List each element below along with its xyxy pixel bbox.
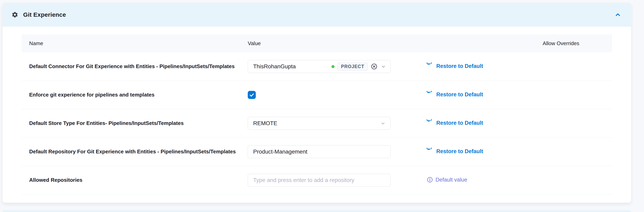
connector-select-field[interactable]: ThisRohanGupta PROJECT [248,60,391,73]
chevron-down-icon [380,64,386,70]
restore-to-default-label: Restore to Default [436,92,483,98]
git-experience-panel: Git Experience Name Value Allow Override… [2,3,631,203]
restore-to-default-link[interactable]: Restore to Default [427,119,483,127]
git-experience-accordion-header[interactable]: Git Experience [2,3,631,27]
circle-x-icon [371,63,378,70]
open-connector-dropdown-button[interactable] [380,64,386,70]
table-row: Enforce git experience for pipelines and… [22,81,612,109]
store-type-select[interactable]: REMOTE [248,117,391,130]
next-section-header-peek[interactable] [2,210,631,212]
restore-to-default-label: Restore to Default [436,120,483,126]
restore-icon [427,148,434,155]
settings-gear-icon [12,11,18,18]
scope-badge: PROJECT [337,63,368,71]
setting-label: Default Store Type For Entities- Pipelin… [22,120,248,127]
store-type-value: REMOTE [253,120,277,127]
table-row: Default Store Type For Entities- Pipelin… [22,109,612,138]
restore-icon [427,63,434,70]
setting-label: Allowed Repositories [22,176,248,183]
table-header-row: Name Value Allow Overrides [22,34,612,52]
column-header-value: Value [248,40,427,47]
checkmark-icon [249,92,255,98]
chevron-down-icon [380,120,386,126]
column-header-allow-overrides: Allow Overrides [510,40,612,47]
restore-icon [427,119,434,127]
settings-table: Name Value Allow Overrides Default Conne… [22,34,612,194]
chevron-up-icon [614,11,622,19]
column-header-name: Name [22,40,248,47]
allowed-repositories-input[interactable] [248,174,391,187]
setting-label: Default Repository For Git Experience wi… [22,148,248,155]
default-value-link[interactable]: Default value [427,176,467,183]
collapse-section-button[interactable] [614,10,622,19]
connected-status-dot [332,65,334,68]
restore-to-default-label: Restore to Default [436,63,483,69]
table-row: Allowed Repositories Default value [22,166,612,194]
enforce-git-experience-checkbox[interactable] [248,91,256,99]
restore-icon [427,91,434,98]
connector-value: ThisRohanGupta [253,63,329,70]
setting-label: Enforce git experience for pipelines and… [22,91,248,98]
info-icon [427,176,433,183]
table-row: Default Repository For Git Experience wi… [22,138,612,166]
panel-title: Git Experience [23,11,66,18]
default-repository-input[interactable] [248,145,391,158]
clear-connector-button[interactable] [371,63,378,70]
restore-to-default-label: Restore to Default [436,148,483,155]
account-settings-page: Git Experience Name Value Allow Override… [0,0,644,212]
setting-label: Default Connector For Git Experience wit… [22,63,248,70]
restore-to-default-link[interactable]: Restore to Default [427,91,483,98]
default-value-label: Default value [436,177,467,183]
table-row: Default Connector For Git Experience wit… [22,52,612,81]
restore-to-default-link[interactable]: Restore to Default [427,63,483,70]
restore-to-default-link[interactable]: Restore to Default [427,148,483,155]
